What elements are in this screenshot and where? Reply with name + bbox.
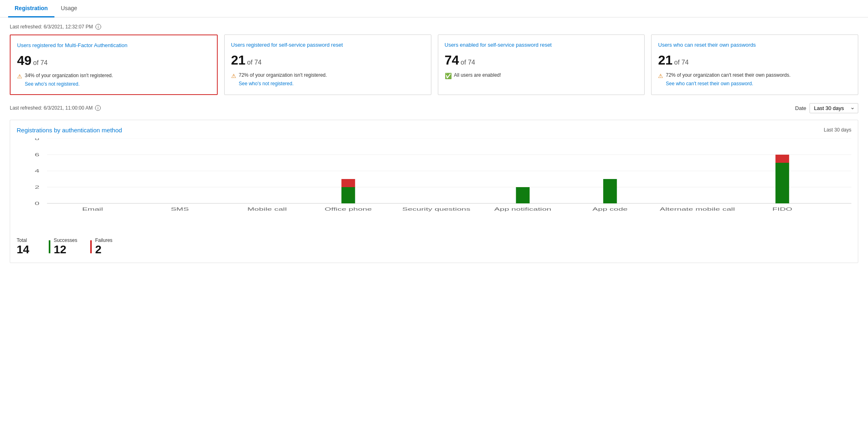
main-content: Last refreshed: 6/3/2021, 12:32:07 PM i …: [0, 17, 868, 270]
card-mfa-count: 49 of 74: [17, 53, 210, 68]
info-icon-1[interactable]: i: [95, 24, 101, 30]
card-sspr-warning-text: 72% of your organization isn't registere…: [239, 72, 327, 78]
card-sspr-enabled-count: 74 of 74: [445, 53, 638, 68]
legend-failures-color: [90, 240, 92, 253]
card-mfa-title[interactable]: Users registered for Multi-Factor Authen…: [17, 42, 210, 49]
warn-icon-can-reset: ⚠: [658, 72, 663, 80]
refresh-timestamp-2: Last refreshed: 6/3/2021, 11:00:00 AM: [10, 105, 93, 111]
chart-title: Registrations by authentication method: [17, 127, 122, 134]
chart-date-label: Last 30 days: [824, 127, 851, 133]
card-sspr-link[interactable]: See who's not registered.: [239, 80, 327, 87]
svg-text:4: 4: [35, 168, 39, 173]
bar-app-code-success: [603, 179, 617, 203]
bar-office-phone-success: [342, 187, 355, 203]
cards-row: Users registered for Multi-Factor Authen…: [10, 35, 858, 95]
card-sspr-warning: ⚠ 72% of your organization isn't registe…: [231, 72, 424, 87]
card-mfa-of: of 74: [33, 59, 48, 67]
svg-text:Security questions: Security questions: [402, 207, 470, 211]
chart-legend: Total 14 Successes 12 Failures 2: [17, 237, 851, 256]
legend-failures-label: Failures: [95, 237, 113, 243]
svg-text:Email: Email: [82, 207, 103, 211]
svg-text:App notification: App notification: [494, 207, 551, 211]
legend-failures-value: 2: [95, 243, 113, 256]
chart-section: Registrations by authentication method L…: [10, 120, 858, 263]
card-can-reset-warning-text: 72% of your organization can't reset the…: [666, 72, 790, 78]
svg-text:SMS: SMS: [171, 207, 189, 211]
card-can-reset[interactable]: Users who can reset their own passwords …: [651, 35, 858, 95]
svg-text:FIDO: FIDO: [772, 207, 792, 211]
legend-successes-color: [49, 240, 50, 253]
svg-text:8: 8: [35, 138, 39, 141]
bar-app-notification-success: [516, 187, 530, 203]
card-can-reset-count: 21 of 74: [658, 53, 851, 68]
date-filter[interactable]: Date Last 7 days Last 30 days Last 90 da…: [795, 103, 858, 113]
svg-text:Mobile call: Mobile call: [247, 207, 287, 211]
legend-failures: Failures 2: [90, 237, 113, 256]
bar-office-phone-failure: [342, 179, 355, 187]
legend-successes-label: Successes: [54, 237, 77, 243]
card-mfa-warning: ⚠ 34% of your organization isn't registe…: [17, 72, 210, 88]
svg-text:Alternate mobile call: Alternate mobile call: [660, 207, 735, 211]
warn-icon-sspr: ⚠: [231, 72, 236, 80]
svg-text:App code: App code: [593, 207, 628, 211]
bar-fido-failure: [775, 155, 789, 163]
chart-title-row: Registrations by authentication method L…: [17, 127, 851, 134]
card-mfa[interactable]: Users registered for Multi-Factor Authen…: [10, 35, 218, 95]
card-sspr-enabled-of: of 74: [461, 59, 475, 66]
card-sspr-big: 21: [231, 53, 246, 68]
refresh-timestamp-2-row: Last refreshed: 6/3/2021, 11:00:00 AM i: [10, 105, 101, 111]
date-select-wrapper[interactable]: Last 7 days Last 30 days Last 90 days: [810, 103, 858, 113]
card-sspr-enabled-warning-text: All users are enabled!: [454, 72, 501, 79]
info-icon-2[interactable]: i: [95, 105, 101, 111]
bar-fido-success: [775, 163, 789, 203]
success-icon-sspr: ✅: [445, 72, 452, 80]
warn-icon-mfa: ⚠: [17, 73, 22, 81]
legend-failures-info: Failures 2: [95, 237, 113, 256]
card-sspr-enabled[interactable]: Users enabled for self-service password …: [438, 35, 645, 95]
chart-area: 8 6 4 2 0: [17, 138, 851, 228]
refresh-timestamp-1: Last refreshed: 6/3/2021, 12:32:07 PM i: [10, 24, 858, 30]
svg-text:6: 6: [35, 152, 39, 157]
legend-successes: Successes 12: [49, 237, 77, 256]
card-can-reset-of: of 74: [674, 59, 689, 66]
date-select[interactable]: Last 7 days Last 30 days Last 90 days: [810, 103, 858, 113]
card-sspr-enabled-title[interactable]: Users enabled for self-service password …: [445, 41, 638, 49]
card-sspr-count: 21 of 74: [231, 53, 424, 68]
svg-text:Office phone: Office phone: [325, 207, 372, 211]
tab-usage[interactable]: Usage: [54, 0, 84, 17]
card-sspr-title[interactable]: Users registered for self-service passwo…: [231, 41, 424, 49]
card-mfa-warning-text: 34% of your organization isn't registere…: [25, 73, 113, 78]
svg-text:2: 2: [35, 185, 39, 190]
legend-successes-info: Successes 12: [54, 237, 77, 256]
card-can-reset-big: 21: [658, 53, 673, 68]
legend-total-value: 14: [17, 243, 29, 256]
card-sspr-of: of 74: [247, 59, 262, 66]
svg-text:0: 0: [35, 201, 39, 206]
card-can-reset-title[interactable]: Users who can reset their own passwords: [658, 41, 851, 49]
tab-registration[interactable]: Registration: [8, 0, 54, 17]
card-can-reset-warning: ⚠ 72% of your organization can't reset t…: [658, 72, 851, 87]
legend-total-label: Total: [17, 237, 29, 243]
card-mfa-link[interactable]: See who's not registered.: [25, 81, 113, 88]
card-sspr[interactable]: Users registered for self-service passwo…: [224, 35, 431, 95]
card-can-reset-link[interactable]: See who can't reset their own password.: [666, 80, 790, 87]
top-tabs: Registration Usage: [0, 0, 868, 17]
card-mfa-big: 49: [17, 53, 32, 68]
card-sspr-enabled-warning: ✅ All users are enabled!: [445, 72, 638, 80]
section-header: Last refreshed: 6/3/2021, 11:00:00 AM i …: [10, 103, 858, 113]
legend-total: Total 14: [17, 237, 29, 256]
date-filter-label: Date: [795, 105, 806, 111]
card-sspr-enabled-big: 74: [445, 53, 459, 68]
legend-successes-value: 12: [54, 243, 77, 256]
